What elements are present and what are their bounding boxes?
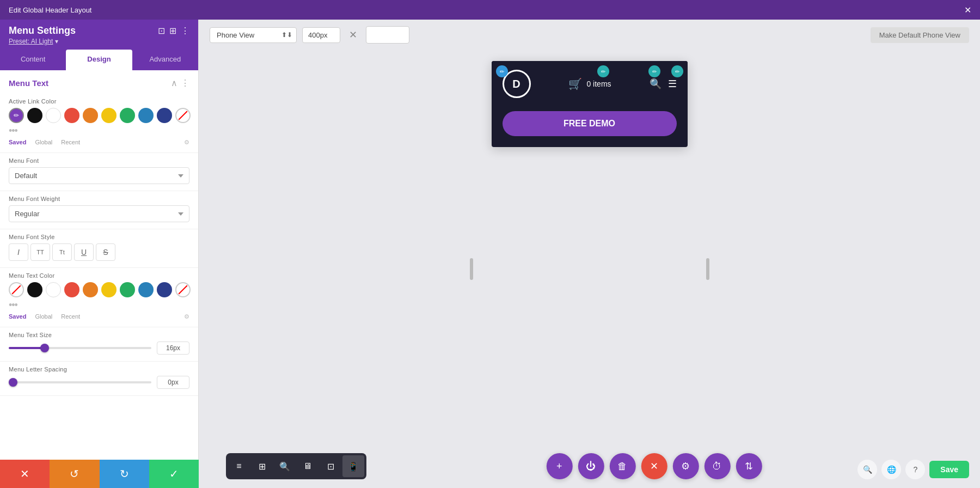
menu-text-color-label: Menu Text Color [9, 272, 189, 279]
add-fab[interactable]: + [546, 453, 572, 479]
menu-letter-spacing-input[interactable] [157, 376, 189, 389]
preview-cart-area: 🛒 0 items [568, 77, 611, 90]
font-italic-button[interactable]: I [9, 243, 28, 261]
toolbar-desktop-icon[interactable]: 🖥 [297, 455, 318, 477]
more-options-icon[interactable]: ⋮ [181, 26, 189, 36]
power-fab[interactable]: ⏻ [578, 453, 604, 479]
make-default-button[interactable]: Make Default Phone View [871, 27, 969, 43]
confirm-button[interactable]: ✓ [149, 460, 199, 488]
section-collapse-icon[interactable]: ∧ [171, 78, 177, 88]
font-smallcaps-button[interactable]: TT [30, 243, 50, 261]
edit-badge-menu[interactable]: ✏ [671, 65, 683, 77]
menu-text-size-fill [9, 347, 45, 349]
edit-badge-cart[interactable]: ✏ [597, 65, 609, 77]
globe-circle-button[interactable]: 🌐 [881, 460, 901, 479]
text-color-more-icon[interactable]: ••• [9, 300, 17, 311]
text-color-blue[interactable] [138, 282, 154, 297]
color-black[interactable] [27, 108, 42, 123]
history-fab[interactable]: ⏱ [704, 453, 730, 479]
toolbar-tablet-icon[interactable]: ⊡ [320, 455, 341, 477]
text-color-meta: Saved Global Recent ⚙ [9, 313, 189, 320]
color-recent-label: Recent [61, 139, 80, 146]
color-green[interactable] [120, 108, 135, 123]
tab-design[interactable]: Design [66, 50, 132, 70]
menu-text-color-picker[interactable] [9, 282, 24, 297]
text-color-green[interactable] [120, 282, 135, 297]
menu-font-style-group: Menu Font Style I TT Tt U S [0, 229, 198, 268]
cancel-button[interactable]: ✕ [0, 460, 50, 488]
toolbar-phone-icon[interactable]: 📱 [342, 455, 364, 477]
toolbar-list-icon[interactable]: ≡ [228, 455, 250, 477]
help-circle-button[interactable]: ? [905, 460, 925, 479]
color-red[interactable] [64, 108, 79, 123]
title-bar-close-button[interactable]: ✕ [964, 5, 971, 15]
menu-font-group: Menu Font Default [0, 153, 198, 191]
width-close-icon[interactable]: ✕ [346, 27, 360, 43]
split-view-icon[interactable]: ⊞ [169, 26, 176, 36]
preview-cta-button[interactable]: FREE DEMO [503, 111, 677, 136]
preview-icons: 🔍 ☰ [650, 78, 677, 90]
text-color-black[interactable] [27, 282, 42, 297]
edit-badge-search[interactable]: ✏ [648, 65, 660, 77]
panel-header-top: Menu Settings ⊡ ⊞ ⋮ [9, 25, 189, 36]
color-meta: Saved Global Recent ⚙ [9, 139, 189, 146]
active-link-color-picker[interactable]: ✏ [9, 108, 24, 123]
arrange-fab[interactable]: ⇅ [736, 453, 762, 479]
resize-handle-right[interactable] [706, 258, 709, 280]
text-color-red[interactable] [64, 282, 79, 297]
tab-content[interactable]: Content [0, 50, 66, 70]
text-color-settings-icon[interactable]: ⚙ [184, 313, 189, 320]
menu-text-size-label: Menu Text Size [9, 332, 189, 338]
menu-text-size-input[interactable] [157, 341, 189, 355]
view-select[interactable]: Phone View Tablet View Desktop View [210, 27, 297, 43]
tab-advanced[interactable]: Advanced [132, 50, 198, 70]
font-caps-button[interactable]: Tt [52, 243, 72, 261]
color-settings-icon[interactable]: ⚙ [184, 139, 189, 146]
text-color-darkblue[interactable] [157, 282, 172, 297]
text-color-saved-label: Saved [9, 313, 26, 320]
toolbar-search-icon[interactable]: 🔍 [274, 455, 296, 477]
text-color-white[interactable] [46, 282, 61, 297]
text-color-none[interactable] [175, 282, 191, 297]
color-white[interactable] [46, 108, 61, 123]
color-none[interactable] [175, 108, 191, 123]
menu-letter-spacing-thumb[interactable] [9, 378, 17, 387]
panel-preset[interactable]: Preset: AI Light ▾ [9, 38, 189, 45]
save-button[interactable]: Save [929, 461, 969, 478]
menu-text-size-slider-row [9, 341, 189, 355]
color-orange[interactable] [83, 108, 98, 123]
delete-fab[interactable]: 🗑 [609, 453, 635, 479]
resize-handle-left[interactable] [470, 258, 473, 280]
focus-mode-icon[interactable]: ⊡ [158, 26, 165, 36]
undo-button[interactable]: ↺ [50, 460, 99, 488]
menu-text-size-thumb[interactable] [40, 344, 49, 352]
color-blue[interactable] [138, 108, 154, 123]
menu-font-weight-select[interactable]: Regular [9, 205, 189, 222]
search-icon: 🔍 [650, 78, 661, 90]
section-title-menu-text: Menu Text [9, 78, 48, 88]
menu-font-select[interactable]: Default [9, 167, 189, 184]
text-color-orange[interactable] [83, 282, 98, 297]
close-fab[interactable]: ✕ [641, 453, 667, 479]
color-more-icon[interactable]: ••• [9, 125, 17, 137]
section-header-icons: ∧ ⋮ [171, 78, 189, 88]
menu-letter-spacing-label: Menu Letter Spacing [9, 366, 189, 373]
cart-icon: 🛒 [568, 77, 582, 90]
font-strikethrough-button[interactable]: S [96, 243, 115, 261]
settings-fab[interactable]: ⚙ [672, 453, 699, 479]
preview-frame: ✏ ✏ ✏ ✏ D 🛒 0 items 🔍 ☰ [492, 61, 688, 147]
menu-text-size-group: Menu Text Size [0, 327, 198, 362]
menu-text-section-header: Menu Text ∧ ⋮ [0, 70, 198, 94]
width-input[interactable] [302, 27, 340, 43]
edit-badge-logo[interactable]: ✏ [496, 65, 508, 77]
color-darkblue[interactable] [157, 108, 172, 123]
title-bar-title: Edit Global Header Layout [9, 6, 91, 14]
search-circle-button[interactable]: 🔍 [857, 460, 877, 479]
section-more-icon[interactable]: ⋮ [181, 78, 189, 88]
font-underline-button[interactable]: U [74, 243, 94, 261]
color-yellow[interactable] [101, 108, 117, 123]
redo-button[interactable]: ↻ [100, 460, 149, 488]
bottom-floating-toolbar: ≡ ⊞ 🔍 🖥 ⊡ 📱 [226, 453, 366, 479]
toolbar-grid-icon[interactable]: ⊞ [251, 455, 273, 477]
text-color-yellow[interactable] [101, 282, 117, 297]
